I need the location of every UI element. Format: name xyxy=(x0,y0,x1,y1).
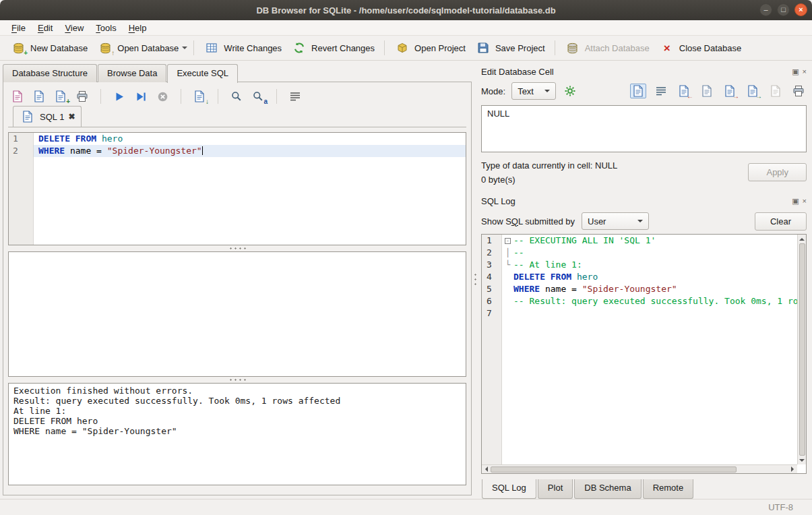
window-controls: – □ × xyxy=(759,3,807,16)
sql-editor[interactable]: 1DELETE FROM hero2WHERE name = "Spider-Y… xyxy=(8,132,466,245)
mode-select[interactable]: Text xyxy=(511,82,556,100)
save-sql-file-icon[interactable] xyxy=(31,89,47,104)
stop-icon[interactable] xyxy=(154,89,170,104)
dock-tab-db-schema[interactable]: DB Schema xyxy=(574,479,641,499)
output-line: Result: query executed successfully. Too… xyxy=(13,396,461,406)
revert-changes-icon xyxy=(291,40,307,55)
find-replace-icon[interactable]: a xyxy=(250,89,266,104)
tree-elbow-icon: └ xyxy=(502,259,513,271)
new-database-button[interactable]: +New Database xyxy=(5,38,92,58)
sql-file-icon xyxy=(20,109,36,124)
splitter-editor-results[interactable] xyxy=(8,245,466,251)
encoding-indicator: UTF-8 xyxy=(768,502,793,512)
log-line-text: DELETE FROM hero xyxy=(513,271,598,283)
tab-browse-data[interactable]: Browse Data xyxy=(98,64,166,82)
tree-spacer xyxy=(502,283,513,295)
clear-button[interactable]: Clear xyxy=(755,212,807,231)
text-view-icon[interactable] xyxy=(630,84,646,98)
log-line-text: -- EXECUTING ALL IN 'SQL 1' xyxy=(513,235,656,247)
tab-execute-sql[interactable]: Execute SQL xyxy=(167,64,238,83)
menu-edit[interactable]: Edit xyxy=(32,21,59,35)
close-panel-icon[interactable]: × xyxy=(803,67,807,75)
maximize-button[interactable]: □ xyxy=(777,3,790,16)
open-database-button[interactable]: ↑Open Database xyxy=(92,38,183,58)
print-icon[interactable] xyxy=(790,84,807,98)
new-database-button-label: New Database xyxy=(30,43,88,53)
sql-editor-toolbar: +↓a xyxy=(8,86,466,107)
export-data-icon[interactable]: → xyxy=(745,84,761,98)
write-changes-button-label: Write Changes xyxy=(224,43,282,53)
scroll-left-icon[interactable] xyxy=(482,465,491,474)
save-sql-as-icon[interactable]: + xyxy=(53,89,69,104)
execute-all-icon[interactable] xyxy=(111,89,127,104)
output-line: WHERE name = "Spider-Youngster" xyxy=(13,426,461,436)
attach-database-button[interactable]: Attach Database xyxy=(560,38,654,58)
open-database-button-dropdown-icon[interactable] xyxy=(182,47,187,52)
edit-cell-panel-buttons: ▣× xyxy=(792,67,807,76)
tab-database-structure[interactable]: Database Structure xyxy=(3,64,97,82)
revert-changes-button-label: Revert Changes xyxy=(311,43,375,53)
float-panel-icon[interactable]: ▣ xyxy=(792,197,799,206)
menu-help[interactable]: Help xyxy=(123,21,153,35)
mode-value: Text xyxy=(518,86,534,96)
right-panel: Edit Database Cell ▣× Mode: Text ←→→ NUL… xyxy=(477,61,812,499)
tree-spacer xyxy=(502,271,513,283)
menu-tools[interactable]: Tools xyxy=(90,21,122,35)
import-data-icon[interactable]: ← xyxy=(676,84,692,98)
cell-value-editor[interactable]: NULL xyxy=(481,105,807,152)
settings-icon[interactable] xyxy=(562,84,578,98)
dock-tab-plot[interactable]: Plot xyxy=(538,479,573,499)
horizontal-scrollbar-thumb[interactable] xyxy=(491,466,737,473)
find-icon[interactable] xyxy=(228,89,245,104)
close-panel-icon[interactable]: × xyxy=(803,197,807,205)
dock-tab-sql-log[interactable]: SQL Log xyxy=(482,479,536,499)
sql-log-view: 1--- EXECUTING ALL IN 'SQL 1'2│--3└-- At… xyxy=(481,234,807,474)
save-data-icon[interactable]: → xyxy=(722,84,738,98)
minimize-button[interactable]: – xyxy=(759,3,772,16)
scroll-down-icon[interactable] xyxy=(798,456,807,464)
write-changes-button[interactable]: Write Changes xyxy=(199,38,286,58)
open-project-button[interactable]: Open Project xyxy=(389,38,470,58)
scroll-up-icon[interactable] xyxy=(798,235,807,243)
text-cursor xyxy=(202,146,204,155)
set-null-icon[interactable] xyxy=(768,84,784,98)
sql-tab[interactable]: SQL 1 ✖ xyxy=(13,106,82,127)
execute-line-icon[interactable] xyxy=(133,89,149,104)
vertical-scrollbar-thumb[interactable] xyxy=(799,243,805,456)
menu-view[interactable]: View xyxy=(59,21,90,35)
save-project-button[interactable]: Save Project xyxy=(470,38,550,58)
word-wrap-icon[interactable] xyxy=(653,84,669,98)
horizontal-scrollbar[interactable] xyxy=(482,464,797,473)
chevron-down-icon xyxy=(637,220,643,225)
filter-select[interactable]: User xyxy=(582,212,649,230)
filter-value: User xyxy=(588,216,606,226)
dock-tab-bar: SQL LogPlotDB SchemaRemote xyxy=(481,479,807,499)
attach-database-icon xyxy=(565,40,581,55)
tree-minus-icon[interactable]: - xyxy=(502,235,513,247)
results-pane xyxy=(8,251,466,377)
scroll-right-icon[interactable] xyxy=(788,465,797,474)
export-results-icon[interactable]: ↓ xyxy=(191,89,208,104)
open-sql-file-icon[interactable] xyxy=(9,89,26,104)
word-wrap-icon[interactable] xyxy=(287,89,303,104)
copy-data-icon[interactable] xyxy=(699,84,715,98)
vertical-scrollbar[interactable] xyxy=(797,235,806,464)
log-line: 2│-- xyxy=(482,247,797,259)
close-database-button[interactable]: ×Close Database xyxy=(654,38,747,58)
dock-tab-remote[interactable]: Remote xyxy=(643,479,694,499)
sql-tab-bar: SQL 1 ✖ xyxy=(8,109,466,127)
revert-changes-button[interactable]: Revert Changes xyxy=(286,38,379,58)
splitter-results-output[interactable] xyxy=(8,377,466,383)
toolbar-separator xyxy=(555,40,555,55)
menu-file[interactable]: File xyxy=(5,21,32,35)
close-window-button[interactable]: × xyxy=(794,3,807,16)
filter-label: Show SQL submitted by xyxy=(481,216,575,226)
close-tab-icon[interactable]: ✖ xyxy=(68,113,75,121)
output-line: At line 1: xyxy=(13,406,461,416)
float-panel-icon[interactable]: ▣ xyxy=(792,67,799,76)
apply-button[interactable]: Apply xyxy=(748,163,807,181)
close-database-button-label: Close Database xyxy=(679,43,742,53)
attach-database-button-label: Attach Database xyxy=(585,43,650,53)
print-icon[interactable] xyxy=(74,89,90,104)
editor-line: 1DELETE FROM hero xyxy=(9,133,466,145)
